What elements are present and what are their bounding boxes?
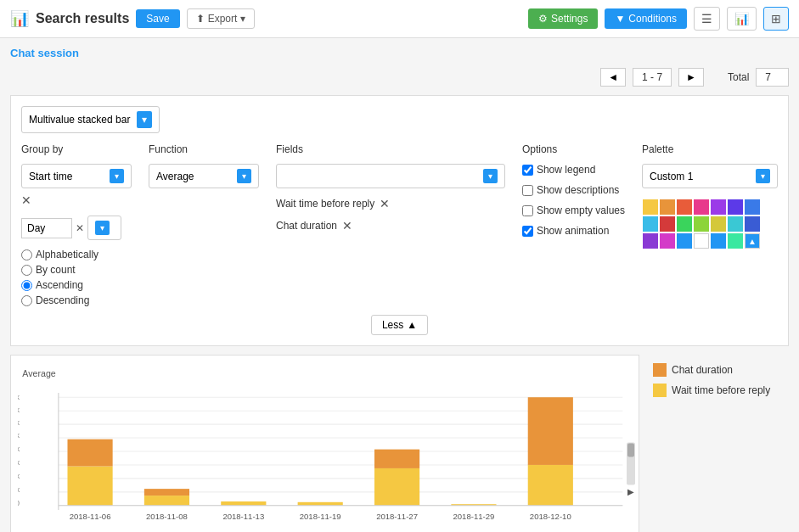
bar-chat-7[interactable] [528,397,573,465]
options-section: Options Show legend Show descriptions Sh… [522,143,625,240]
svg-text:16k: 16k [18,392,20,401]
svg-text:14k: 14k [18,405,20,414]
bar-wait-1[interactable] [67,467,112,506]
group-by-caret: ▾ [110,169,124,183]
palette-color-5[interactable] [711,199,726,215]
bar-chat-2[interactable] [144,489,189,496]
gear-icon: ⚙ [538,13,548,25]
list-view-button[interactable]: ☰ [694,7,720,31]
palette-color-9[interactable] [660,216,675,232]
pagination-bar: ◄ 1 - 7 ► Total 7 [10,68,789,87]
option-show-descriptions[interactable]: Show descriptions [522,184,625,196]
palette-color-2[interactable] [660,199,675,215]
palette-section: Palette Custom 1 ▾ [642,143,778,249]
day-dropdown-btn[interactable]: ▾ [87,216,121,240]
group-by-dropdown[interactable]: Start time ▾ [21,164,132,188]
less-btn-row: Less ▲ [21,315,778,335]
option-show-legend[interactable]: Show legend [522,164,625,176]
palette-color-10[interactable] [677,216,692,232]
radio-alphabetically[interactable]: Alphabetically [21,249,132,260]
palette-scroll-up[interactable]: ▲ [745,233,760,249]
svg-text:2018-11-29: 2018-11-29 [453,512,495,521]
palette-value: Custom 1 [650,171,693,182]
fields-dropdown[interactable]: ▾ [276,164,505,188]
palette-color-7[interactable] [745,199,760,215]
header-left: 📊 Search results Save ⬆ Export ▾ [10,8,255,29]
radio-by-count[interactable]: By count [21,264,132,276]
chart-area: Average 16k 14k 12k 10k 8.0k 6.0k 4.0k 2… [10,355,789,532]
svg-text:4.0k: 4.0k [18,471,20,480]
table-view-button[interactable]: ⊞ [763,7,789,31]
chart-type-caret: ▾ [137,111,152,128]
palette-color-3[interactable] [677,199,692,215]
palette-color-4[interactable] [694,199,709,215]
main-content: Chat session ◄ 1 - 7 ► Total 7 Multivalu… [0,38,799,532]
bar-wait-3[interactable] [221,501,266,506]
day-input[interactable] [21,218,72,238]
palette-color-14[interactable] [745,216,760,232]
bar-chart-button[interactable]: 📊 [727,7,757,31]
upload-icon: ⬆ [196,13,205,25]
palette-color-15[interactable] [643,233,658,249]
group-by-value: Start time [29,171,72,182]
export-button[interactable]: ⬆ Export ▾ [187,8,256,29]
legend-color-chat [653,363,667,377]
palette-color-6[interactable] [728,199,743,215]
save-button[interactable]: Save [136,9,179,28]
function-value: Average [156,171,194,182]
fields-caret: ▾ [483,169,498,183]
less-button[interactable]: Less ▲ [371,315,428,335]
pagination-range: 1 - 7 [633,68,672,87]
pagination-next[interactable]: ► [678,68,704,87]
palette-color-17[interactable] [677,233,692,249]
field-wait-time: Wait time before reply ✕ [276,197,505,210]
section-title: Chat session [10,47,789,59]
total-label: Total [728,71,749,83]
bar-wait-2[interactable] [144,496,189,506]
chart-type-dropdown[interactable]: Multivalue stacked bar ▾ [21,106,160,133]
chart-type-row: Multivalue stacked bar ▾ [21,106,778,133]
svg-text:2018-12-10: 2018-12-10 [530,512,571,521]
field-chat-duration-remove[interactable]: ✕ [342,219,352,232]
function-dropdown[interactable]: Average ▾ [149,164,259,188]
svg-text:2018-11-06: 2018-11-06 [70,512,111,521]
palette-color-8[interactable] [643,216,658,232]
bar-chat-1[interactable] [67,440,112,467]
conditions-button[interactable]: ▼ Conditions [605,8,687,29]
palette-color-white[interactable] [694,233,709,249]
options-label: Options [522,143,625,155]
palette-color-1[interactable] [643,199,658,215]
palette-color-16[interactable] [660,233,675,249]
radio-descending[interactable]: Descending [21,294,132,306]
function-label: Function [149,143,259,155]
palette-color-19[interactable] [711,233,726,249]
palette-dropdown[interactable]: Custom 1 ▾ [642,164,778,188]
less-arrow-icon: ▲ [407,319,417,331]
chart-scrollbar-thumb [627,443,634,456]
svg-text:2.0k: 2.0k [18,484,20,494]
chart-container: Average 16k 14k 12k 10k 8.0k 6.0k 4.0k 2… [10,355,639,532]
radio-ascending[interactable]: Ascending [21,279,132,291]
chart-svg: Average 16k 14k 12k 10k 8.0k 6.0k 4.0k 2… [18,366,632,532]
palette-color-12[interactable] [711,216,726,232]
field-wait-time-remove[interactable]: ✕ [380,197,390,210]
day-row: ✕ ▾ [21,216,132,240]
palette-color-13[interactable] [728,216,743,232]
pagination-prev[interactable]: ◄ [600,68,626,87]
bar-wait-5[interactable] [374,468,419,506]
svg-text:2018-11-27: 2018-11-27 [376,512,418,521]
option-show-empty[interactable]: Show empty values [522,204,625,216]
day-caret: ▾ [95,221,110,235]
palette-color-20[interactable] [728,233,743,249]
bar-chat-5[interactable] [374,450,419,468]
option-show-animation[interactable]: Show animation [522,225,625,237]
palette-color-11[interactable] [694,216,709,232]
bar-wait-7[interactable] [528,465,573,506]
palette-label: Palette [642,143,778,155]
bar-wait-4[interactable] [298,502,343,506]
group-by-clear[interactable]: ✕ [21,193,132,207]
chart-scroll-right[interactable]: ▶ [627,486,634,496]
settings-button[interactable]: ⚙ Settings [528,8,598,29]
page-title: Search results [36,11,129,26]
day-clear[interactable]: ✕ [76,222,84,234]
